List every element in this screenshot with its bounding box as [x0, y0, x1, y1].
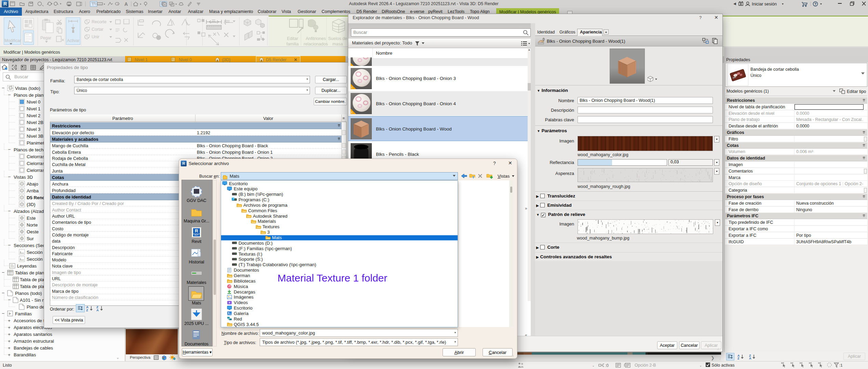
svg-text:−: −: [8, 242, 11, 248]
svg-text::1: :1: [839, 363, 843, 367]
svg-text:+: +: [8, 339, 11, 344]
svg-text:Planos de planta: Planos de planta: [14, 93, 48, 98]
svg-text:Vídeos: Vídeos: [234, 300, 248, 305]
svg-text:German: German: [234, 273, 250, 278]
svg-text:A: A: [124, 1, 128, 7]
svg-text:Escritorio: Escritorio: [234, 305, 253, 311]
svg-text:Este: Este: [27, 216, 36, 221]
svg-text:Leyendas: Leyendas: [17, 263, 37, 269]
svg-text:Nivel 0: Nivel 0: [27, 99, 40, 105]
svg-text:Este equipo: Este equipo: [234, 186, 258, 191]
svg-text:(T:) Trabajo Colaborativo (\\p: (T:) Trabajo Colaborativo (\\pc-german): [239, 262, 316, 267]
svg-text:Barandillas: Barandillas: [14, 352, 36, 357]
svg-text:Materials: Materials: [258, 219, 276, 224]
svg-text:Vistas: Vistas: [498, 174, 510, 179]
svg-text:Documentos: Documentos: [234, 268, 259, 273]
svg-text:(B:) bim (\\Pc-german): (B:) bim (\\Pc-german): [239, 192, 283, 197]
svg-text:?: ?: [814, 2, 816, 6]
svg-text:Texturas (I:): Texturas (I:): [239, 251, 262, 257]
svg-text:+: +: [8, 325, 11, 330]
svg-text:+: +: [8, 345, 11, 351]
svg-text:−: −: [2, 290, 4, 296]
svg-text:Red: Red: [234, 316, 242, 322]
svg-text:Galería: Galería: [234, 311, 249, 316]
svg-text:Documentos (D:): Documentos (D:): [239, 241, 273, 246]
svg-text:−: −: [8, 297, 11, 302]
svg-text:Bibliotecas: Bibliotecas: [234, 278, 256, 284]
svg-text:{3D}: {3D}: [27, 202, 36, 207]
svg-text:Familias: Familias: [15, 311, 32, 316]
svg-text:Armazón estructural: Armazón estructural: [14, 339, 54, 344]
svg-text:+: +: [8, 332, 11, 337]
svg-text:Sur: Sur: [27, 236, 34, 241]
svg-text:−: −: [2, 311, 4, 316]
svg-text:1: 1: [117, 3, 119, 5]
svg-text:−: −: [8, 174, 11, 179]
svg-text:Nivel 3B: Nivel 3B: [27, 134, 43, 139]
svg-text:Música: Música: [234, 284, 248, 289]
svg-text:−: −: [2, 85, 4, 91]
svg-text:Aparatos sanitarios: Aparatos sanitarios: [14, 332, 52, 337]
svg-text:Common Files: Common Files: [248, 208, 277, 213]
svg-text:−: −: [8, 208, 11, 214]
svg-text:+: +: [8, 352, 11, 357]
svg-text:−: −: [8, 147, 11, 152]
svg-text:Planos (todo): Planos (todo): [15, 291, 42, 296]
svg-text:Iniciar sesión: Iniciar sesión: [752, 2, 777, 6]
svg-text:−: −: [2, 270, 4, 275]
svg-text:A: A: [96, 308, 99, 312]
svg-text:A: A: [749, 357, 751, 360]
svg-text:Nivel 3: Nivel 3: [27, 127, 40, 132]
svg-text:Textures: Textures: [262, 224, 280, 229]
svg-text:Nivel 1: Nivel 1: [27, 106, 40, 111]
svg-text:Norte: Norte: [27, 222, 38, 228]
svg-text:Z: Z: [86, 308, 88, 312]
svg-text:Descargas: Descargas: [234, 289, 255, 295]
svg-text:−: −: [8, 92, 11, 97]
svg-text:Abajo: Abajo: [27, 181, 38, 187]
svg-text:Programas (C:): Programas (C:): [239, 197, 269, 202]
svg-text:Archivos de programa: Archivos de programa: [243, 203, 288, 208]
svg-text:Escritorio: Escritorio: [229, 181, 248, 186]
svg-text:0: 0: [543, 38, 545, 41]
svg-text:QGIS 3.44.5: QGIS 3.44.5: [234, 322, 259, 327]
svg-text:+: +: [8, 318, 11, 323]
svg-text:Oeste: Oeste: [27, 229, 39, 234]
svg-text::0: :0: [605, 363, 609, 368]
svg-text:Imágenes: Imágenes: [234, 295, 254, 300]
svg-text:Nivel 2: Nivel 2: [27, 113, 40, 118]
svg-text:Bandejas de cables: Bandejas de cables: [14, 345, 53, 351]
svg-text:Nivel 2B: Nivel 2B: [27, 120, 43, 125]
svg-text:Z: Z: [737, 357, 740, 360]
svg-text:Autodesk Shared: Autodesk Shared: [253, 214, 287, 219]
svg-text:Vistas 3D: Vistas 3D: [14, 175, 33, 180]
svg-text:Vistas (todo): Vistas (todo): [15, 86, 40, 91]
svg-text:Planos de techo: Planos de techo: [14, 147, 46, 152]
svg-text:Mats: Mats: [272, 235, 282, 240]
svg-text:Soporte (S:): Soporte (S:): [239, 257, 263, 262]
svg-text:Arriba: Arriba: [27, 188, 39, 193]
svg-text:3: 3: [267, 230, 270, 235]
svg-text:(F:) Familias (\\pc-german): (F:) Familias (\\pc-german): [239, 246, 292, 251]
